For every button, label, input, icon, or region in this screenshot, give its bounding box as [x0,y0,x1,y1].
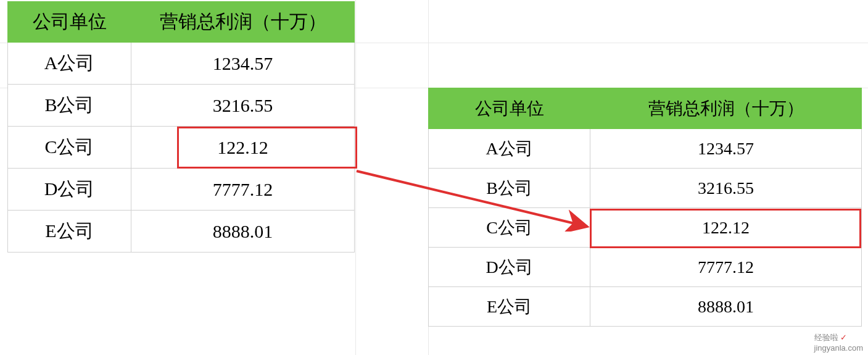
cell-company[interactable]: B公司 [429,169,590,208]
table-header-row: 公司单位 营销总利润（十万） [429,88,862,129]
cell-profit[interactable]: 1234.57 [590,129,862,169]
col-header-profit: 营销总利润（十万） [590,88,862,129]
cell-profit[interactable]: 1234.57 [131,43,355,85]
cell-company[interactable]: A公司 [8,43,131,85]
cell-company[interactable]: D公司 [8,169,131,211]
cell-company[interactable]: D公司 [429,248,590,287]
table-row: A公司 1234.57 [429,129,862,169]
cell-company[interactable]: A公司 [429,129,590,169]
check-icon: ✓ [840,333,847,342]
table-row: E公司 8888.01 [429,287,862,327]
cell-profit[interactable]: 8888.01 [131,211,355,253]
cell-company[interactable]: C公司 [8,127,131,169]
cell-company[interactable]: B公司 [8,85,131,127]
watermark-sub: jingyanla.com [814,343,864,353]
cell-profit[interactable]: 122.12 [590,208,862,248]
canvas: 公司单位 营销总利润（十万） A公司 1234.57 B公司 3216.55 C… [0,0,868,355]
col-header-company: 公司单位 [429,88,590,129]
table-row: D公司 7777.12 [429,248,862,287]
cell-profit[interactable]: 122.12 [131,127,355,169]
table-row: C公司 122.12 [429,208,862,248]
table-header-row: 公司单位 营销总利润（十万） [8,2,355,43]
table-left: 公司单位 营销总利润（十万） A公司 1234.57 B公司 3216.55 C… [7,1,355,253]
cell-profit[interactable]: 7777.12 [131,169,355,211]
cell-company[interactable]: E公司 [429,287,590,327]
cell-company[interactable]: C公司 [429,208,590,248]
table-row: B公司 3216.55 [429,169,862,208]
watermark-text: 经验啦 [814,333,838,342]
table-row: B公司 3216.55 [8,85,355,127]
watermark: 经验啦 ✓ jingyanla.com [814,332,864,353]
cell-profit[interactable]: 8888.01 [590,287,862,327]
table-right: 公司单位 营销总利润（十万） A公司 1234.57 B公司 3216.55 C… [428,88,862,327]
table-row: C公司 122.12 [8,127,355,169]
table-row: D公司 7777.12 [8,169,355,211]
col-header-profit: 营销总利润（十万） [131,2,355,43]
cell-company[interactable]: E公司 [8,211,131,253]
cell-profit[interactable]: 7777.12 [590,248,862,287]
table-row: A公司 1234.57 [8,43,355,85]
table-row: E公司 8888.01 [8,211,355,253]
cell-profit[interactable]: 3216.55 [131,85,355,127]
col-header-company: 公司单位 [8,2,131,43]
cell-profit[interactable]: 3216.55 [590,169,862,208]
